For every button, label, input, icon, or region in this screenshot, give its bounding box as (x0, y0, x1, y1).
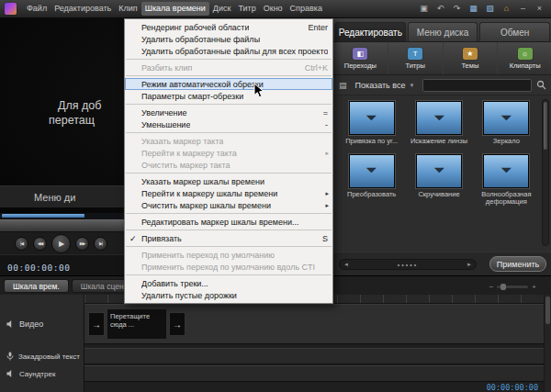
menu-item[interactable]: Перейти к маркеру шкалы времени▸ (125, 187, 332, 199)
tab-disc-menu[interactable]: Меню диска (408, 22, 478, 41)
menu-item[interactable]: Удалить обработанные файлы (125, 33, 332, 45)
play-button[interactable]: ▶ (51, 234, 71, 253)
redo-icon[interactable]: ↷ (451, 3, 463, 15)
menu-item[interactable]: Режим автоматической обрезки (125, 78, 332, 90)
zoom-slider-knob[interactable] (500, 284, 506, 290)
save-icon[interactable]: ▣ (418, 3, 430, 15)
app-window: ФайлРедактироватьКлипШкала времениДискТи… (0, 0, 551, 392)
transition-thumbnail[interactable]: ▼Привязка по уг... (341, 101, 402, 146)
menubar-item-6[interactable]: Титр (234, 2, 259, 16)
category-titles[interactable]: TТитры (388, 42, 444, 74)
voiceover-track-header[interactable]: Закадровый текст (0, 348, 84, 364)
transition-thumbnail[interactable]: ▼Искажение линзы (408, 101, 469, 146)
video-track-header[interactable]: Видео (0, 304, 84, 344)
menu-item-label: Уменьшение (141, 120, 190, 129)
menu-separator (126, 132, 332, 133)
transitions-icon: ◧ (353, 48, 367, 60)
tab-edit[interactable]: Редактировать (335, 22, 406, 41)
menu-item[interactable]: Увеличение= (125, 106, 332, 118)
search-icon[interactable] (536, 80, 546, 90)
submenu-arrow-icon: ▸ (325, 202, 329, 209)
undo-icon[interactable]: ↶ (434, 3, 446, 15)
home-icon[interactable]: ⌂ (500, 3, 512, 15)
transition-preview-image: ▼ (483, 154, 529, 188)
panel-scrollbar-thumb[interactable] (544, 102, 547, 150)
close-icon[interactable]: × (534, 3, 545, 15)
menu-item[interactable]: Удалить пустые дорожки (125, 289, 332, 301)
menubar-item-1[interactable]: Файл (23, 2, 51, 16)
soundtrack-track-header[interactable]: Саундтрек (0, 365, 84, 382)
transition-name: Скручивание (418, 191, 459, 199)
menubar-item-4[interactable]: Шкала времени (141, 2, 209, 16)
menu-item[interactable]: Параметры смарт-обрезки (125, 90, 332, 102)
fast-forward-button[interactable]: ▶▶ (75, 237, 89, 251)
transition-thumbnail[interactable]: ▼Скручивание (408, 154, 469, 207)
menu-item[interactable]: Применить переход по умолчанию вдоль CTI (125, 261, 332, 273)
scroll-left-icon[interactable]: ◄ (343, 262, 349, 267)
menu-item-label: Указать маркер шкалы времени (141, 177, 264, 186)
menu-item-label: Привязать (141, 234, 182, 243)
submenu-arrow-icon: ▸ (325, 190, 329, 197)
clip-drop-placeholder[interactable]: Перетащите сюда ... (107, 308, 167, 340)
menu-shortcut: S (313, 234, 328, 243)
menubar-item-5[interactable]: Диск (209, 2, 235, 16)
timeline-scrollbar[interactable] (544, 295, 551, 392)
menu-item[interactable]: Разбить клипCtrl+K (125, 62, 332, 73)
timeline-scrollbar-thumb[interactable] (545, 297, 550, 324)
organizer-icon[interactable]: ▦ (467, 3, 479, 15)
menu-item[interactable]: Редактировать маркер шкалы времени... (125, 216, 332, 228)
tab-share[interactable]: Обмен (479, 22, 550, 41)
transitions-grid: ▼Привязка по уг...▼Искажение линзы▼Зерка… (341, 101, 537, 207)
menu-shortcut: Enter (298, 23, 328, 32)
menu-item[interactable]: Уменьшение- (125, 118, 332, 130)
panel-hscrollbar[interactable]: ◄ ••••• ► (339, 259, 477, 270)
previous-button[interactable]: |◀ (15, 237, 28, 251)
menu-item-label: Разбить клип (141, 63, 192, 73)
transition-preview-image: ▼ (416, 101, 462, 135)
menu-item[interactable]: Применить переход по умолчанию (125, 249, 332, 261)
soundtrack-track-label: Саундтрек (19, 370, 55, 378)
menubar-item-8[interactable]: Справка (287, 2, 326, 16)
scroll-dots-icon: ••••• (398, 262, 418, 268)
insert-right-arrow-icon[interactable]: → (169, 312, 186, 336)
player-controls: |◀◀◀▶▶▶▶| (15, 232, 107, 254)
insert-left-arrow-icon[interactable]: → (88, 312, 105, 336)
menubar-item-3[interactable]: Клип (115, 2, 141, 16)
panel-scrollbar[interactable] (542, 99, 549, 246)
photos-icon[interactable]: ▨ (484, 3, 496, 15)
transition-thumbnail[interactable]: ▼Преобразовать (341, 154, 402, 207)
category-transitions[interactable]: ◧Переходы (333, 42, 388, 74)
menu-item[interactable]: Указать маркер шкалы времени (125, 175, 332, 187)
speaker-icon (6, 369, 15, 378)
menu-item[interactable]: ✓ПривязатьS (125, 232, 332, 244)
submenu-arrow-icon: ▸ (325, 150, 329, 157)
transition-thumbnail[interactable]: ▼Волнообразная деформация (476, 154, 537, 207)
menu-separator (126, 230, 332, 230)
menu-item[interactable]: Очистить маркер такта (125, 159, 332, 171)
scroll-right-icon[interactable]: ► (467, 262, 472, 267)
category-clipart[interactable]: ☼Клипарты (498, 42, 551, 74)
view-mode-icon[interactable]: ▤ (339, 81, 347, 90)
menu-item[interactable]: Удалить обработанные файлы для всех прое… (125, 45, 332, 57)
speaker-icon (6, 319, 15, 329)
menu-item[interactable]: Рендеринг рабочей областиEnter (125, 21, 332, 33)
timeline-view-tab[interactable]: Шкала врем. (4, 279, 69, 293)
zoom-in-icon[interactable]: + (532, 283, 536, 291)
transition-name: Искажение линзы (410, 138, 467, 146)
category-themes[interactable]: ★Темы (444, 42, 499, 74)
apply-button[interactable]: Применить (489, 256, 546, 272)
rewind-button[interactable]: ◀◀ (33, 237, 47, 251)
zoom-out-icon[interactable]: − (489, 283, 494, 291)
minimize-icon[interactable]: – (517, 3, 529, 15)
filter-dropdown[interactable]: Показать все ▼ (352, 79, 419, 92)
menubar-item-7[interactable]: Окно (260, 2, 287, 16)
menu-item[interactable]: Очистить маркер шкалы времени▸ (125, 199, 332, 211)
zoom-slider[interactable] (497, 286, 528, 288)
next-button[interactable]: ▶| (94, 237, 107, 251)
search-input[interactable] (422, 79, 532, 92)
transition-thumbnail[interactable]: ▼Зеркало (476, 101, 537, 146)
menu-item[interactable]: Перейти к маркеру такта▸ (125, 147, 332, 159)
menu-item[interactable]: Указать маркер такта (125, 135, 332, 147)
menu-item[interactable]: Добавить треки... (125, 277, 332, 289)
menubar-item-2[interactable]: Редактировать (51, 2, 115, 16)
